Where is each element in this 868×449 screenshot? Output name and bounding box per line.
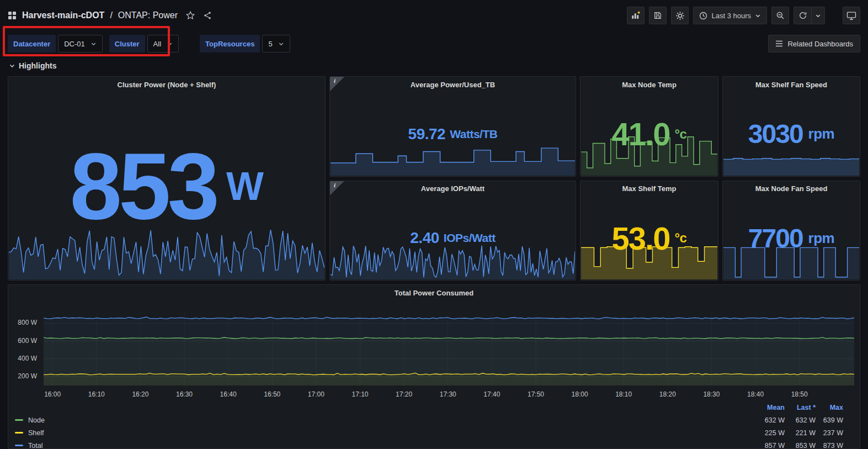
clock-icon [699, 12, 707, 20]
chevron-down-icon [815, 13, 821, 19]
total-power-legend: Mean Last * Max Node 632 W 632 W 639 W S… [15, 401, 843, 449]
legend-series-total[interactable]: Total [15, 442, 757, 449]
legend-row-node: Node 632 W 632 W 639 W [15, 414, 843, 426]
legend-max-value: 873 W [816, 442, 843, 449]
legend-mean-value: 632 W [757, 416, 785, 424]
stats-column-averages: i Average Power/Used_TB 59.72 Watts/TB i… [329, 76, 576, 281]
chevron-down-icon [90, 41, 97, 47]
y-tick-label: 200 W [18, 372, 37, 380]
legend-last-value: 632 W [785, 416, 816, 424]
x-tick-label: 18:10 [615, 390, 632, 398]
panel-title-avg-power-tb[interactable]: Average Power/Used_TB [330, 77, 576, 92]
series-color-dash [15, 445, 23, 446]
stat-max-shelf-temp: 53.0 °c [581, 197, 718, 281]
x-tick-label: 18:50 [791, 390, 808, 398]
variable-cluster-value: All [153, 40, 161, 48]
top-bar: Harvest-main-cDOT / ONTAP: Power Last 3 … [0, 0, 868, 31]
dashboards-grid-icon[interactable] [8, 11, 17, 20]
add-panel-button[interactable] [627, 7, 645, 24]
chevron-down-icon [755, 13, 761, 19]
x-tick-label: 17:20 [396, 390, 412, 398]
variable-cluster-dropdown[interactable]: All [147, 35, 179, 52]
stat-avg-power-tb: 59.72 Watts/TB [330, 92, 576, 176]
x-tick-label: 18:20 [659, 390, 676, 398]
refresh-button[interactable] [794, 7, 811, 24]
stat-unit: rpm [808, 125, 835, 142]
panel-title-max-shelf-fan[interactable]: Max Shelf Fan Speed [723, 77, 860, 92]
legend-col-max[interactable]: Max [816, 404, 843, 411]
series-name: Total [28, 442, 42, 449]
variable-cluster-label: Cluster [109, 35, 145, 52]
stat-cluster-power: 853 W [8, 92, 325, 280]
legend-mean-value: 225 W [757, 429, 785, 437]
save-dashboard-button[interactable] [649, 7, 667, 24]
variable-datacenter-dropdown[interactable]: DC-01 [58, 35, 103, 52]
share-icon [203, 11, 212, 20]
variable-cluster: Cluster All [109, 35, 179, 52]
variable-datacenter: Datacenter DC-01 [8, 35, 103, 52]
x-tick-label: 16:00 [44, 390, 61, 398]
x-tick-label: 16:50 [264, 390, 280, 398]
panel-title-max-shelf-temp[interactable]: Max Shelf Temp [581, 181, 718, 197]
stat-unit: °c [674, 230, 686, 246]
legend-last-value: 221 W [785, 429, 816, 437]
panel-title-max-node-temp[interactable]: Max Node Temp [581, 77, 718, 92]
panel-max-shelf-fan: Max Shelf Fan Speed 3030 rpm [722, 76, 860, 177]
legend-col-last[interactable]: Last * [785, 404, 816, 411]
variable-topresources-dropdown[interactable]: 5 [262, 35, 290, 52]
stat-value: 2.40 [410, 229, 439, 247]
variable-topresources-label: TopResources [200, 35, 260, 52]
x-tick-label: 18:00 [572, 390, 588, 398]
stat-unit: Watts/TB [450, 128, 497, 141]
legend-max-value: 639 W [816, 416, 843, 424]
share-dashboard-button[interactable] [203, 11, 212, 20]
total-power-plot[interactable] [44, 313, 854, 385]
panel-title-max-node-fan[interactable]: Max Node Fan Speed [723, 181, 860, 197]
x-tick-label: 17:00 [308, 390, 324, 398]
legend-col-mean[interactable]: Mean [757, 404, 785, 411]
stats-column-fans: Max Shelf Fan Speed 3030 rpm Max Node Fa… [722, 76, 860, 281]
y-tick-label: 600 W [18, 337, 37, 345]
variable-bar: Datacenter DC-01 Cluster All TopResource… [0, 31, 868, 56]
cycle-view-mode-button[interactable] [843, 7, 860, 24]
variable-datacenter-value: DC-01 [64, 40, 85, 48]
series-color-dash [15, 432, 23, 434]
stat-unit: IOPs/Watt [444, 231, 496, 245]
panel-title-cluster-power[interactable]: Cluster Power (Node + Shelf) [8, 77, 325, 92]
series-color-dash [15, 419, 23, 421]
variable-topresources: TopResources 5 [200, 35, 290, 52]
y-tick-label: 400 W [18, 355, 37, 362]
x-tick-label: 18:40 [747, 390, 764, 398]
y-tick-label: 800 W [18, 319, 37, 326]
panel-cluster-power: Cluster Power (Node + Shelf) 853 W [8, 76, 326, 281]
breadcrumb-separator: / [110, 10, 112, 20]
stat-max-node-temp: 41.0 °c [581, 92, 718, 176]
related-dashboards-button[interactable]: Related Dashboards [768, 35, 860, 52]
panel-title-total-power[interactable]: Total Power Consumed [8, 285, 860, 300]
stat-value: 53.0 [612, 220, 670, 257]
panel-total-power: Total Power Consumed 200 W400 W600 W800 … [8, 284, 860, 449]
row-header-highlights[interactable]: Highlights [0, 56, 868, 75]
x-tick-label: 18:30 [703, 390, 720, 398]
chevron-down-icon [9, 62, 15, 69]
list-icon [775, 40, 783, 47]
stat-value: 59.72 [408, 125, 446, 143]
panel-title-avg-iops-watt[interactable]: Average IOPs/Watt [330, 181, 576, 197]
legend-series-shelf[interactable]: Shelf [15, 429, 757, 437]
breadcrumb-dashboard-name[interactable]: Harvest-main-cDOT [22, 10, 104, 20]
time-range-label: Last 3 hours [711, 12, 751, 20]
stat-value: 853 [70, 139, 216, 233]
legend-max-value: 237 W [816, 429, 843, 437]
stat-unit: W [226, 163, 263, 209]
stat-value: 7700 [748, 223, 803, 253]
toolbar: Last 3 hours [627, 7, 860, 24]
monitor-icon [846, 11, 856, 20]
refresh-interval-dropdown[interactable] [811, 7, 825, 24]
dashboard-settings-button[interactable] [671, 7, 689, 24]
zoom-out-button[interactable] [771, 7, 789, 24]
star-dashboard-button[interactable] [185, 10, 195, 20]
legend-mean-value: 857 W [757, 442, 785, 449]
legend-header: Mean Last * Max [15, 401, 843, 414]
legend-series-node[interactable]: Node [15, 416, 757, 424]
time-range-picker[interactable]: Last 3 hours [693, 7, 767, 24]
